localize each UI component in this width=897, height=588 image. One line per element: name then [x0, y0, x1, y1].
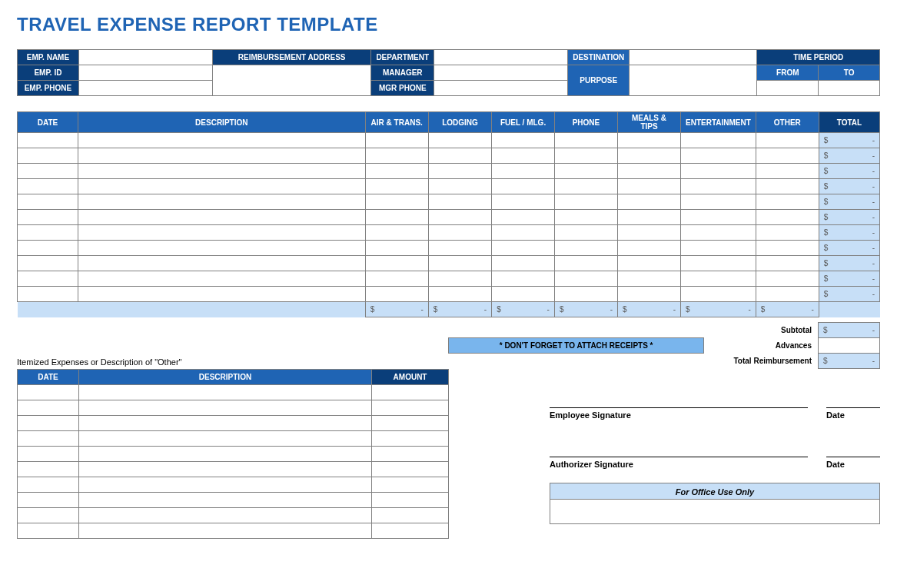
- expense-cell[interactable]: [617, 287, 680, 302]
- expense-cell[interactable]: [18, 241, 78, 256]
- expense-cell[interactable]: [756, 133, 819, 148]
- expense-cell[interactable]: [78, 287, 365, 302]
- itemized-cell[interactable]: [18, 462, 79, 477]
- expense-cell[interactable]: [492, 210, 555, 225]
- itemized-cell[interactable]: [372, 462, 449, 477]
- expense-cell[interactable]: [365, 241, 428, 256]
- itemized-cell[interactable]: [372, 431, 449, 447]
- expense-cell[interactable]: [428, 133, 491, 148]
- authorizer-signature-date[interactable]: Date: [826, 457, 880, 469]
- expense-cell[interactable]: [681, 256, 756, 271]
- expense-cell[interactable]: [428, 210, 491, 225]
- expense-cell[interactable]: [78, 164, 365, 179]
- expense-cell[interactable]: [756, 256, 819, 271]
- itemized-cell[interactable]: [372, 508, 449, 523]
- expense-cell[interactable]: [756, 164, 819, 179]
- itemized-cell[interactable]: [18, 416, 79, 431]
- expense-cell[interactable]: [18, 148, 78, 164]
- itemized-cell[interactable]: [18, 400, 79, 416]
- itemized-cell[interactable]: [78, 447, 371, 462]
- expense-cell[interactable]: [492, 271, 555, 287]
- expense-cell[interactable]: [428, 225, 491, 241]
- emp-name-field[interactable]: [78, 50, 212, 65]
- advances-value[interactable]: [819, 338, 880, 354]
- expense-cell[interactable]: [365, 164, 428, 179]
- purpose-field[interactable]: [630, 65, 757, 96]
- expense-cell[interactable]: [78, 271, 365, 287]
- itemized-cell[interactable]: [372, 416, 449, 431]
- itemized-cell[interactable]: [18, 447, 79, 462]
- itemized-cell[interactable]: [78, 477, 371, 493]
- emp-id-field[interactable]: [78, 65, 212, 81]
- expense-cell[interactable]: [681, 179, 756, 194]
- expense-cell[interactable]: [18, 133, 78, 148]
- itemized-cell[interactable]: [372, 385, 449, 400]
- expense-cell[interactable]: [428, 148, 491, 164]
- expense-cell[interactable]: [756, 148, 819, 164]
- expense-cell[interactable]: [492, 241, 555, 256]
- expense-cell[interactable]: [617, 241, 680, 256]
- office-use-body[interactable]: [550, 500, 880, 524]
- expense-cell[interactable]: [554, 164, 617, 179]
- expense-cell[interactable]: [18, 225, 78, 241]
- expense-cell[interactable]: [756, 225, 819, 241]
- expense-cell[interactable]: [756, 194, 819, 210]
- expense-cell[interactable]: [681, 287, 756, 302]
- expense-cell[interactable]: [78, 210, 365, 225]
- expense-cell[interactable]: [681, 210, 756, 225]
- expense-cell[interactable]: [492, 194, 555, 210]
- expense-cell[interactable]: [617, 225, 680, 241]
- expense-cell[interactable]: [554, 179, 617, 194]
- expense-cell[interactable]: [18, 210, 78, 225]
- expense-cell[interactable]: [492, 133, 555, 148]
- expense-cell[interactable]: [617, 271, 680, 287]
- expense-cell[interactable]: [492, 256, 555, 271]
- expense-cell[interactable]: [18, 271, 78, 287]
- expense-cell[interactable]: [78, 256, 365, 271]
- expense-cell[interactable]: [78, 133, 365, 148]
- expense-cell[interactable]: [554, 225, 617, 241]
- expense-cell[interactable]: [365, 194, 428, 210]
- employee-signature-line[interactable]: Employee Signature: [550, 407, 808, 420]
- expense-cell[interactable]: [554, 148, 617, 164]
- expense-cell[interactable]: [492, 225, 555, 241]
- expense-cell[interactable]: [681, 225, 756, 241]
- expense-cell[interactable]: [554, 271, 617, 287]
- destination-field[interactable]: [630, 50, 757, 65]
- itemized-cell[interactable]: [78, 431, 371, 447]
- expense-cell[interactable]: [365, 271, 428, 287]
- reimb-address-field[interactable]: [212, 65, 370, 96]
- expense-cell[interactable]: [756, 241, 819, 256]
- expense-cell[interactable]: [756, 287, 819, 302]
- expense-cell[interactable]: [756, 210, 819, 225]
- expense-cell[interactable]: [428, 271, 491, 287]
- itemized-cell[interactable]: [78, 523, 371, 539]
- expense-cell[interactable]: [428, 179, 491, 194]
- expense-cell[interactable]: [18, 164, 78, 179]
- expense-cell[interactable]: [617, 133, 680, 148]
- itemized-cell[interactable]: [78, 385, 371, 400]
- expense-cell[interactable]: [428, 287, 491, 302]
- expense-cell[interactable]: [681, 148, 756, 164]
- manager-field[interactable]: [434, 65, 568, 81]
- itemized-cell[interactable]: [18, 493, 79, 508]
- expense-cell[interactable]: [756, 271, 819, 287]
- expense-cell[interactable]: [492, 179, 555, 194]
- expense-cell[interactable]: [365, 179, 428, 194]
- expense-cell[interactable]: [78, 194, 365, 210]
- expense-cell[interactable]: [617, 164, 680, 179]
- expense-cell[interactable]: [554, 210, 617, 225]
- expense-cell[interactable]: [78, 225, 365, 241]
- expense-cell[interactable]: [681, 241, 756, 256]
- itemized-cell[interactable]: [18, 431, 79, 447]
- expense-cell[interactable]: [617, 148, 680, 164]
- expense-cell[interactable]: [681, 271, 756, 287]
- expense-cell[interactable]: [554, 241, 617, 256]
- itemized-cell[interactable]: [78, 508, 371, 523]
- to-field[interactable]: [819, 81, 880, 96]
- expense-cell[interactable]: [78, 241, 365, 256]
- itemized-cell[interactable]: [372, 523, 449, 539]
- expense-cell[interactable]: [18, 194, 78, 210]
- employee-signature-date[interactable]: Date: [826, 407, 880, 420]
- expense-cell[interactable]: [18, 287, 78, 302]
